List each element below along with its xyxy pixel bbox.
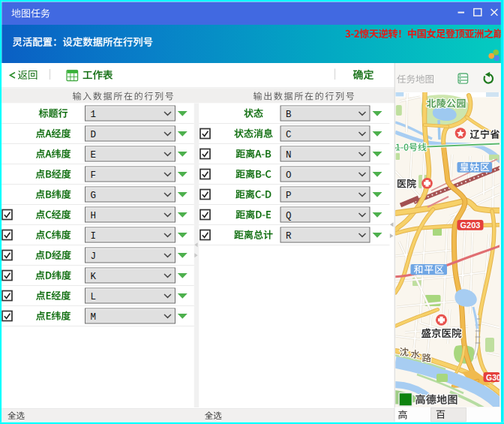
svg-text:Q: Q xyxy=(286,211,292,221)
svg-text:G: G xyxy=(91,191,97,201)
svg-text:C: C xyxy=(286,130,292,140)
svg-text:G30: G30 xyxy=(486,373,501,382)
svg-text:1: 1 xyxy=(91,110,97,120)
svg-text:J: J xyxy=(91,251,97,262)
svg-text:M: M xyxy=(91,312,97,323)
svg-text:N: N xyxy=(286,150,292,161)
svg-text:E: E xyxy=(91,150,97,161)
svg-text:B: B xyxy=(286,110,292,120)
svg-text:D: D xyxy=(91,130,97,140)
svg-text:G203: G203 xyxy=(460,221,481,230)
svg-text:K: K xyxy=(91,272,97,282)
svg-text:I: I xyxy=(91,231,97,242)
svg-text:O: O xyxy=(286,170,292,181)
svg-text:R: R xyxy=(286,231,292,242)
svg-text:H: H xyxy=(91,211,97,221)
svg-text:P: P xyxy=(286,191,292,201)
svg-text:F: F xyxy=(91,170,97,181)
svg-text:L: L xyxy=(91,292,97,302)
